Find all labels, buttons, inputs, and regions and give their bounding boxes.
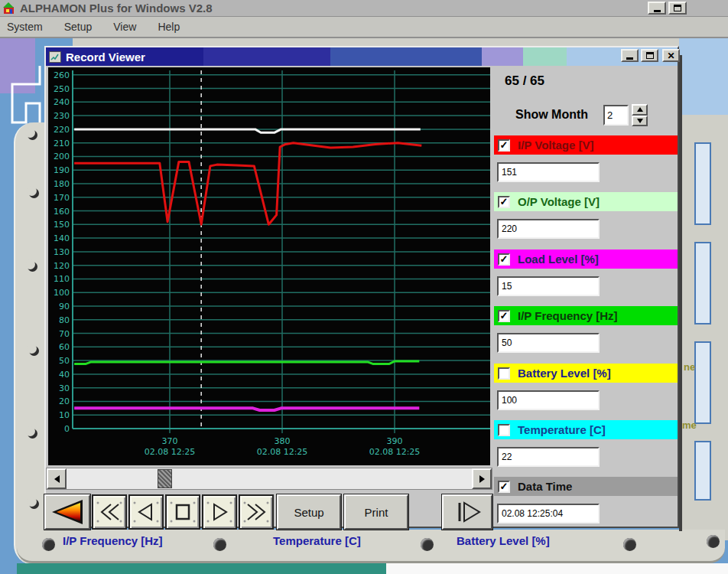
- dialog-minimize-button[interactable]: [621, 49, 639, 62]
- screw-mark: [29, 499, 39, 509]
- svg-text:02.08 12:25: 02.08 12:25: [257, 447, 308, 457]
- series-label-temperature-c: Temperature [C]: [518, 423, 606, 436]
- svg-text:90: 90: [59, 302, 70, 311]
- stop-button[interactable]: [165, 494, 200, 530]
- skip-back-button[interactable]: [92, 494, 127, 530]
- series-row-i-p-voltage-v: ✓I/P Voltage [V]: [494, 135, 678, 155]
- svg-text:10: 10: [59, 410, 70, 420]
- show-month-input[interactable]: [603, 105, 629, 126]
- device-meter: [694, 441, 711, 501]
- dialog-close-button[interactable]: ✕: [662, 49, 680, 62]
- play-to-end-icon: [450, 499, 484, 525]
- desktop-strip: [17, 563, 386, 574]
- menu-view[interactable]: View: [113, 21, 136, 33]
- skip-forward-icon: [242, 500, 271, 524]
- svg-text:40: 40: [59, 370, 70, 380]
- menubar: System Setup View Help: [0, 17, 728, 38]
- checkbox-data-time[interactable]: ✓: [498, 481, 510, 493]
- spinner-down-button[interactable]: [632, 116, 648, 127]
- step-forward-button[interactable]: [202, 494, 237, 530]
- screw: [42, 538, 55, 551]
- screw-mark: [29, 346, 39, 356]
- series-value-temperature-c[interactable]: [497, 447, 600, 467]
- main-minimize-button[interactable]: [648, 2, 666, 15]
- arrow-left-icon: [54, 475, 60, 483]
- scrollbar-thumb[interactable]: [158, 469, 172, 488]
- arrow-up-icon: [637, 107, 643, 112]
- svg-text:70: 70: [59, 329, 70, 339]
- menu-setup[interactable]: Setup: [64, 21, 93, 33]
- record-chart: 0102030405060708090100110120130140150160…: [48, 67, 490, 465]
- checkbox-load-level[interactable]: ✓: [498, 253, 510, 266]
- jump-end-button[interactable]: [442, 494, 492, 530]
- checkbox-temperature-c[interactable]: [498, 424, 510, 436]
- svg-text:20: 20: [59, 396, 70, 406]
- series-row-temperature-c: Temperature [C]: [494, 420, 678, 439]
- series-value-battery-level[interactable]: [497, 390, 600, 410]
- main-maximize-button[interactable]: [668, 2, 687, 15]
- bg-label-temperature: Temperature [C]: [273, 534, 361, 547]
- svg-text:370: 370: [162, 436, 178, 446]
- series-label-load-level: Load Level [%]: [518, 253, 599, 266]
- series-label-i-p-frequency-hz: I/P Frequency [Hz]: [518, 309, 618, 322]
- colored-rewind-icon: [49, 498, 86, 526]
- device-meter: [694, 242, 711, 325]
- svg-text:170: 170: [54, 193, 70, 203]
- series-value-i-p-voltage-v[interactable]: [497, 162, 600, 182]
- screw: [421, 538, 434, 551]
- skip-forward-button[interactable]: [239, 494, 274, 530]
- device-meter: [694, 142, 711, 225]
- menu-system[interactable]: System: [7, 21, 43, 33]
- window-title: ALPHAMON Plus for Windows V2.8: [20, 2, 213, 15]
- svg-text:210: 210: [54, 139, 70, 148]
- checkbox-o-p-voltage-v[interactable]: ✓: [498, 196, 510, 208]
- screw: [213, 538, 226, 551]
- spinner-up-button[interactable]: [632, 104, 648, 116]
- scroll-left-button[interactable]: [47, 468, 67, 489]
- svg-text:260: 260: [54, 70, 70, 80]
- svg-text:80: 80: [59, 315, 70, 325]
- checkbox-i-p-frequency-hz[interactable]: ✓: [498, 310, 510, 322]
- setup-button[interactable]: Setup: [277, 494, 341, 530]
- screw-mark: [28, 262, 37, 272]
- series-value-load-level[interactable]: [497, 276, 600, 296]
- background-text-fragment: me: [682, 419, 697, 431]
- scroll-right-button[interactable]: [472, 468, 492, 489]
- svg-text:140: 140: [54, 233, 70, 243]
- svg-text:380: 380: [275, 436, 291, 446]
- step-back-button[interactable]: [128, 494, 164, 530]
- checkbox-i-p-voltage-v[interactable]: ✓: [498, 139, 510, 152]
- screw: [623, 538, 636, 551]
- checkbox-battery-level[interactable]: [498, 367, 510, 380]
- show-month-label: Show Month: [515, 108, 588, 122]
- menu-help[interactable]: Help: [158, 21, 180, 33]
- minimize-icon: [626, 57, 633, 60]
- svg-text:0: 0: [64, 424, 70, 434]
- dialog-maximize-button[interactable]: [641, 49, 658, 62]
- svg-text:190: 190: [54, 165, 70, 175]
- series-value-data-time[interactable]: [497, 504, 600, 523]
- series-line-o-p-voltage-v: [74, 129, 421, 132]
- play-forward-icon: [205, 500, 234, 524]
- chart-horizontal-scrollbar[interactable]: [46, 468, 492, 490]
- dialog-titlebar[interactable]: Record Viewer: [46, 47, 678, 66]
- app-icon: [3, 2, 15, 15]
- svg-text:390: 390: [387, 436, 403, 446]
- series-value-i-p-frequency-hz[interactable]: [497, 333, 600, 353]
- record-counter: 65 / 65: [505, 73, 544, 89]
- minimize-icon: [654, 10, 661, 12]
- bg-label-battery-level: Battery Level [%]: [457, 534, 550, 547]
- svg-text:02.08 12:25: 02.08 12:25: [369, 447, 421, 457]
- bg-label-ip-frequency: I/P Frequency [Hz]: [63, 534, 163, 547]
- series-label-i-p-voltage-v: I/P Voltage [V]: [518, 139, 593, 152]
- setup-button-label: Setup: [294, 506, 323, 519]
- svg-text:100: 100: [54, 288, 70, 298]
- print-button[interactable]: Print: [344, 494, 408, 530]
- jump-start-button[interactable]: [44, 494, 90, 530]
- series-value-o-p-voltage-v[interactable]: [497, 219, 600, 239]
- svg-text:60: 60: [59, 342, 70, 352]
- series-row-load-level: ✓Load Level [%]: [494, 249, 678, 269]
- svg-text:180: 180: [54, 179, 70, 189]
- arrow-right-icon: [479, 475, 485, 483]
- chart-icon: [49, 51, 61, 63]
